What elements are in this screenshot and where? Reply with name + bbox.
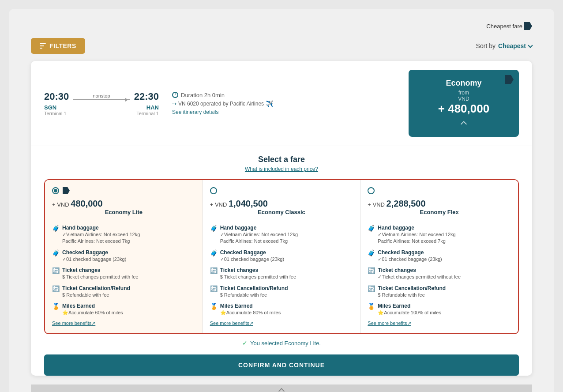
fare-subtitle[interactable]: What is included in each price? <box>44 166 519 172</box>
benefit-miles-classic: 🏅 Miles Earned ⭐Accumulate 80% of miles <box>210 303 353 316</box>
benefit-miles-flex: 🏅 Miles Earned ⭐Accumulate 100% of miles <box>368 303 511 316</box>
cancellation-icon-flex: 🔄 <box>368 285 375 292</box>
flight-times: 20:30 nonstop 22:30 SGN Terminal 1 HAN T… <box>44 91 159 116</box>
tag-icon <box>524 22 532 30</box>
fare-tag-icon-lite <box>63 187 70 194</box>
itinerary-link[interactable]: See itinerary details <box>172 109 395 115</box>
clock-icon <box>172 92 178 98</box>
benefit-ticket-changes-flex: 🔄 Ticket changes ✓Ticket changes permitt… <box>368 267 511 280</box>
benefit-cancellation-classic: 🔄 Ticket Cancellation/Refund $ Refundabl… <box>210 285 353 298</box>
radio-economy-classic[interactable] <box>210 187 217 194</box>
benefit-cancellation-flex: 🔄 Ticket Cancellation/Refund $ Refundabl… <box>368 285 511 298</box>
checked-baggage-icon-flex: 🧳 <box>368 249 375 256</box>
benefit-checked-baggage-classic: 🧳 Checked Baggage ✓01 checked baggage (2… <box>210 249 353 263</box>
sort-chevron-icon[interactable] <box>528 43 533 48</box>
fare-card-economy-flex[interactable]: + VND 2,288,500 Economy Flex 🧳 Hand bagg… <box>360 180 518 333</box>
fare-price-classic: + VND 1,040,500 <box>210 199 353 209</box>
cheapest-fare-label: Cheapest fare <box>486 23 522 30</box>
cancellation-icon: 🔄 <box>52 285 60 292</box>
nonstop-text: nonstop <box>93 93 110 98</box>
screen: Cheapest fare FILTERS Sort by Cheapest 2… <box>9 9 554 392</box>
fare-price-flex: + VND 2,288,500 <box>368 199 511 209</box>
baggage-icon: 🧳 <box>52 225 60 232</box>
fare-card-header-flex <box>368 187 511 194</box>
benefit-ticket-changes-classic: 🔄 Ticket changes $ Ticket changes permit… <box>210 267 353 280</box>
checked-baggage-icon-classic: 🧳 <box>210 249 218 256</box>
collapse-chevron-icon <box>278 388 285 392</box>
selected-notice: ✓ You selected Economy Lite. <box>44 334 519 350</box>
divider <box>368 221 511 221</box>
benefit-ticket-changes-lite: 🔄 Ticket changes $ Ticket changes permit… <box>52 267 195 280</box>
changes-icon: 🔄 <box>52 267 60 274</box>
price-amount: + 480,000 <box>417 102 510 116</box>
top-bar: Cheapest fare <box>9 18 554 34</box>
benefit-checked-baggage-lite: 🧳 Checked Baggage ✓01 checked baggage (2… <box>52 249 195 263</box>
price-currency: VND <box>417 96 510 102</box>
main-card: 20:30 nonstop 22:30 SGN Terminal 1 HAN T… <box>31 61 532 376</box>
selected-notice-text: You selected Economy Lite. <box>250 340 321 347</box>
sort-value[interactable]: Cheapest <box>498 42 526 49</box>
cheapest-fare-badge: Cheapest fare <box>486 22 532 30</box>
benefit-hand-baggage-flex: 🧳 Hand baggage ✓Vietnam Airlines: Not ex… <box>368 225 511 245</box>
nonstop-line: nonstop <box>73 93 129 100</box>
divider <box>210 221 353 221</box>
fare-card-header-lite <box>52 187 195 194</box>
fare-name-flex: Economy Flex <box>368 209 511 215</box>
airline-info: ⇢ VN 6020 operated by Pacific Airlines ✈… <box>172 100 395 107</box>
benefit-miles-lite: 🏅 Miles Earned ⭐Accumulate 60% of miles <box>52 303 195 316</box>
arrive-airport: HAN Terminal 1 <box>136 104 159 116</box>
fare-price-lite: + VND 480,000 <box>52 199 195 209</box>
changes-icon-flex: 🔄 <box>368 267 375 274</box>
benefit-cancellation-lite: 🔄 Ticket Cancellation/Refund $ Refundabl… <box>52 285 195 298</box>
miles-icon: 🏅 <box>52 303 60 310</box>
cancellation-icon-classic: 🔄 <box>210 285 218 292</box>
baggage-icon-classic: 🧳 <box>210 225 218 232</box>
plane-icon: ✈️ <box>266 100 273 107</box>
fare-name-classic: Economy Classic <box>210 209 353 215</box>
price-panel[interactable]: Economy from VND + 480,000 <box>409 70 519 137</box>
filters-label: FILTERS <box>49 42 76 49</box>
baggage-icon-flex: 🧳 <box>368 225 375 232</box>
bottom-handle[interactable] <box>31 384 532 392</box>
benefit-checked-baggage-flex: 🧳 Checked Baggage ✓01 checked baggage (2… <box>368 249 511 263</box>
benefit-hand-baggage-lite: 🧳 Hand baggage ✓Vietnam Airlines: Not ex… <box>52 225 195 245</box>
controls-row: FILTERS Sort by Cheapest <box>9 34 554 57</box>
radio-economy-lite[interactable] <box>52 187 59 194</box>
see-benefits-classic[interactable]: See more benefits↗ <box>210 320 353 326</box>
chevron-up-icon <box>461 121 467 127</box>
fare-title: Select a fare <box>44 155 519 164</box>
sort-section: Sort by Cheapest <box>476 42 532 49</box>
fare-name-lite: Economy Lite <box>52 209 195 215</box>
price-from: from <box>417 90 510 96</box>
flight-line <box>73 99 129 100</box>
filters-button[interactable]: FILTERS <box>31 38 85 54</box>
depart-time: 20:30 <box>44 91 69 102</box>
see-benefits-lite[interactable]: See more benefits↗ <box>52 320 195 326</box>
check-icon: ✓ <box>242 339 248 347</box>
fare-section: Select a fare What is included in each p… <box>31 146 532 354</box>
duration: Duration 2h 0min <box>172 92 395 98</box>
airport-row: SGN Terminal 1 HAN Terminal 1 <box>44 104 159 116</box>
fare-card-economy-lite[interactable]: + VND 480,000 Economy Lite 🧳 Hand baggag… <box>45 180 203 333</box>
price-tag-icon <box>505 75 514 84</box>
price-chevron <box>417 120 510 128</box>
flight-details: Duration 2h 0min ⇢ VN 6020 operated by P… <box>159 92 409 115</box>
fare-card-header-classic <box>210 187 353 194</box>
price-class: Economy <box>417 79 510 88</box>
fare-cards: + VND 480,000 Economy Lite 🧳 Hand baggag… <box>44 179 519 334</box>
time-line: 20:30 nonstop 22:30 <box>44 91 159 102</box>
benefit-hand-baggage-classic: 🧳 Hand baggage ✓Vietnam Airlines: Not ex… <box>210 225 353 245</box>
checked-baggage-icon: 🧳 <box>52 249 60 256</box>
changes-icon-classic: 🔄 <box>210 267 218 274</box>
miles-icon-flex: 🏅 <box>368 303 375 310</box>
sort-label: Sort by <box>476 42 495 49</box>
confirm-button[interactable]: CONFIRM AND CONTINUE <box>44 354 519 376</box>
flight-row: 20:30 nonstop 22:30 SGN Terminal 1 HAN T… <box>31 61 532 146</box>
radio-economy-flex[interactable] <box>368 187 375 194</box>
filter-icon <box>40 43 46 49</box>
miles-icon-classic: 🏅 <box>210 303 218 310</box>
fare-card-economy-classic[interactable]: + VND 1,040,500 Economy Classic 🧳 Hand b… <box>203 180 361 333</box>
arrive-time: 22:30 <box>134 91 159 102</box>
see-benefits-flex[interactable]: See more benefits↗ <box>368 320 511 326</box>
divider <box>52 221 195 221</box>
